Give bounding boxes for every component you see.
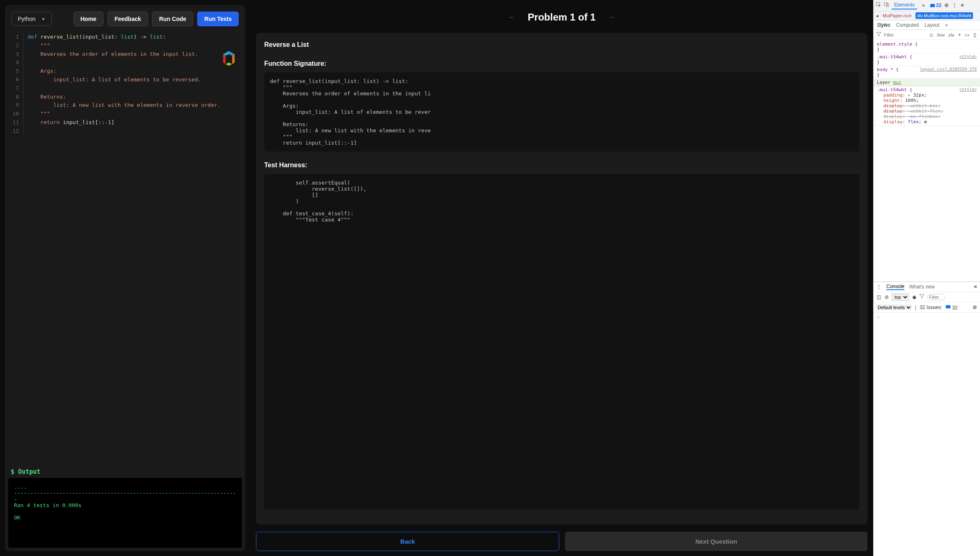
problem-title: Reverse a List [264,41,859,48]
prev-problem-arrow[interactable]: ← [508,13,515,22]
harness-heading: Test Harness: [264,161,859,169]
devtools-panel: Elements » 32 ⚙ ⋮ ✕ ◂ MuiPaper-root div.… [873,0,980,556]
issues-count[interactable]: 32 [945,304,958,311]
console-filter-icon [919,294,925,300]
drawer-tabs: ⋮ Console What's new ✕ [874,281,980,292]
editor-pane: Python ▼ Home Feedback Run Code Run Test… [5,5,245,551]
breadcrumb-current[interactable]: div.MuiBox-root.mui-t54wht [915,12,973,19]
console-toolbar: ◫ ⊘ top ◉ [874,292,980,302]
cls-toggle[interactable]: .cls [948,32,955,37]
console-filter-input[interactable] [927,294,945,300]
feedback-button[interactable]: Feedback [108,12,148,26]
styles-filter-bar: ◇ :hov .cls ＋ ▭ ▯ [874,30,980,40]
output-label: $ Output [5,466,245,478]
console-body[interactable]: › [874,313,980,556]
eye-icon[interactable]: ◉ [911,294,917,300]
layer-label: Layer mui [874,79,980,86]
problem-counter: Problem 1 of 1 [528,12,595,23]
svg-rect-3 [930,4,935,7]
filter-icon [876,32,881,38]
subtab-layout[interactable]: Layout [925,22,939,28]
device-toolbar-icon[interactable] [884,2,889,9]
levels-dropdown[interactable]: Default levels [876,305,912,310]
harness-code[interactable]: self.assertEqual( reverse_list([]), [] )… [264,174,859,510]
language-label: Python [18,16,36,22]
console-status: Default levels | 32 Issues: 32 ⚙ [874,302,980,313]
chevron-down-icon: ▼ [42,17,46,21]
devtools-top-bar: Elements » 32 ⚙ ⋮ ✕ [874,0,980,11]
hov-toggle[interactable]: :hov [936,32,945,37]
run-tests-button[interactable]: Run Tests [197,12,239,26]
breadcrumb-prev[interactable]: MuiPaper-root [881,12,913,19]
layout-icon-1[interactable]: ▭ [964,32,970,38]
sidebar-toggle-icon[interactable]: ◫ [876,294,881,300]
svg-rect-1 [884,3,888,6]
clear-console-icon[interactable]: ⊘ [884,294,889,300]
code-lines[interactable]: def reverse_list(input_list: list) -> li… [23,33,242,466]
output-terminal[interactable]: .... -----------------------------------… [8,478,242,548]
issues-badge[interactable]: 32 [930,2,941,8]
console-prompt: › [877,314,880,320]
breadcrumb-left-icon[interactable]: ◂ [876,13,879,18]
diamond-icon[interactable]: ◇ [929,32,934,38]
layout-icon-2[interactable]: ▯ [972,32,978,38]
styles-rules[interactable]: element.style {} <style> .mui-t54wht {} … [874,40,980,281]
language-dropdown[interactable]: Python ▼ [12,12,52,26]
line-gutter: 123456789101112 [8,33,23,466]
next-question-button[interactable]: Next Question [565,532,867,551]
gear-icon[interactable]: ⚙ [944,2,949,8]
issues-label: 32 Issues: [920,305,942,310]
kebab-icon[interactable]: ⋮ [952,2,957,8]
editor-toolbar: Python ▼ Home Feedback Run Code Run Test… [5,5,245,33]
brand-logo [218,49,240,74]
tab-elements[interactable]: Elements [892,1,917,9]
flex-badge-icon[interactable]: ⊞ [924,119,927,125]
problem-nav: ← Problem 1 of 1 → [250,5,873,33]
plus-icon[interactable]: ＋ [957,31,962,38]
signature-heading: Function Signature: [264,60,859,67]
rule-element-style[interactable]: element.style {} [874,41,980,53]
problem-card: Reverse a List Function Signature: def r… [256,33,867,524]
next-problem-arrow[interactable]: → [608,13,616,22]
home-button[interactable]: Home [74,12,104,26]
styles-subtabs: Styles Computed Layout » [874,21,980,30]
subtab-styles[interactable]: Styles [877,22,890,28]
signature-code[interactable]: def reverse_list(input_list: list) -> li… [264,72,859,152]
drawer-tab-whatsnew[interactable]: What's new [909,284,935,290]
code-editor[interactable]: 123456789101112 def reverse_list(input_l… [5,33,245,466]
subtab-computed[interactable]: Computed [896,22,919,28]
rule-body-star[interactable]: layout.css?…8185550:379 body * {} [874,66,980,79]
back-button[interactable]: Back [256,532,559,551]
inspect-icon[interactable] [876,2,881,9]
dom-breadcrumb[interactable]: ◂ MuiPaper-root div.MuiBox-root.mui-t54w… [874,11,980,21]
rule-class-layer[interactable]: <style> .mui-t54wht { padding: ▸ 32px; h… [874,86,980,126]
tab-more[interactable]: » [920,2,927,9]
close-icon[interactable]: ✕ [959,2,965,8]
console-gear-icon[interactable]: ⚙ [972,305,978,310]
drawer-close-icon[interactable]: ✕ [973,284,978,290]
svg-rect-4 [946,305,950,308]
subtab-more[interactable]: » [945,22,948,28]
run-code-button[interactable]: Run Code [152,12,193,26]
problem-buttons: Back Next Question [256,532,867,551]
drawer-tab-console[interactable]: Console [886,284,904,290]
problem-pane: ← Problem 1 of 1 → Reverse a List Functi… [250,5,873,551]
rule-class[interactable]: <style> .mui-t54wht {} [874,53,980,66]
styles-filter-input[interactable] [884,32,926,37]
drawer-kebab-icon[interactable]: ⋮ [876,284,881,290]
context-dropdown[interactable]: top [892,293,909,301]
